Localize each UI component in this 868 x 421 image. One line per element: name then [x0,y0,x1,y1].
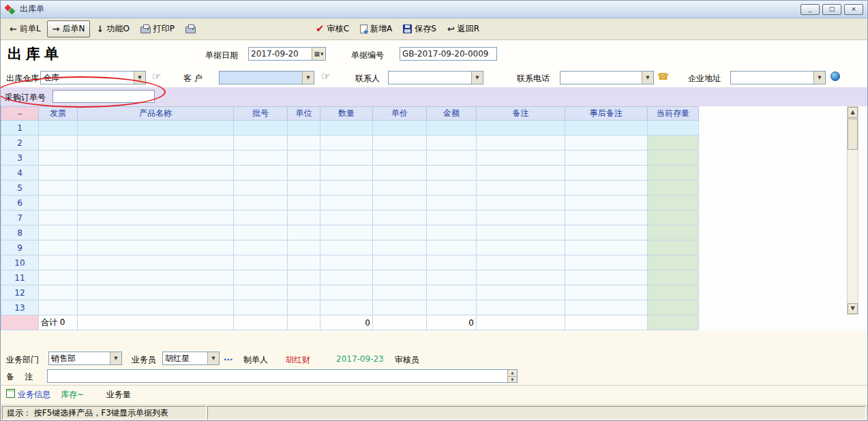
remark-input[interactable] [48,370,507,382]
grid-cell[interactable] [39,270,78,285]
grid-cell[interactable] [373,196,427,210]
grid-cell[interactable] [288,240,320,255]
grid-cell[interactable] [78,181,234,196]
grid-cell[interactable] [648,181,699,196]
grid-cell[interactable] [288,210,320,225]
scroll-up-icon[interactable]: ▲ [848,107,858,118]
column-header[interactable]: 事后备注 [565,107,648,121]
spinner-down-icon[interactable]: ▼ [508,377,517,383]
grid-cell[interactable] [320,300,373,315]
grid-cell[interactable] [477,270,565,285]
grid-cell[interactable] [320,166,373,181]
grid-cell[interactable] [565,270,648,285]
chevron-down-icon[interactable]: ▼ [471,72,483,84]
grid-cell[interactable] [234,300,288,315]
grid-cell[interactable] [427,285,477,300]
spinner-up-icon[interactable]: ▲ [508,370,517,377]
grid-cell[interactable] [477,285,565,300]
grid-cell[interactable] [565,240,648,255]
minimize-button[interactable]: _ [800,4,820,15]
grid-cell[interactable] [477,225,565,240]
grid-cell[interactable] [565,285,648,300]
grid-cell[interactable] [427,270,477,285]
pointer-hand-icon[interactable]: ☞ [321,70,330,82]
grid-cell[interactable] [39,181,78,196]
grid-cell[interactable] [565,166,648,181]
pointer-hand-icon[interactable]: ☞ [152,70,161,82]
close-button[interactable]: × [844,4,863,15]
grid-cell[interactable] [477,136,565,151]
remark-field[interactable]: ▲ ▼ [47,369,518,383]
grid-cell[interactable] [78,196,234,210]
grid-corner-header[interactable]: – [1,107,39,121]
grid-cell[interactable] [373,285,427,300]
grid-cell[interactable] [648,285,699,300]
column-header[interactable]: 批号 [234,107,288,121]
grid-cell[interactable] [78,166,234,181]
grid-cell[interactable] [648,151,699,166]
grid-cell[interactable] [320,285,373,300]
row-number[interactable]: 8 [1,225,39,240]
vertical-scrollbar[interactable]: ▲ ▼ [847,106,858,315]
grid-cell[interactable] [477,196,565,210]
grid-cell[interactable] [39,166,78,181]
grid-cell[interactable] [39,300,78,315]
grid-cell[interactable] [373,225,427,240]
grid-cell[interactable] [648,210,699,225]
doc-number-input[interactable] [400,48,496,60]
grid-cell[interactable] [78,300,234,315]
grid-cell[interactable] [320,151,373,166]
grid-cell[interactable] [565,151,648,166]
grid-cell[interactable] [288,151,320,166]
row-number[interactable]: 9 [1,240,39,255]
grid-cell[interactable] [648,270,699,285]
grid-cell[interactable] [78,270,234,285]
grid-cell[interactable] [39,255,78,270]
grid-cell[interactable] [288,270,320,285]
grid-cell[interactable] [78,121,234,136]
contact-combo[interactable]: ▼ [388,71,483,84]
grid-cell[interactable] [234,181,288,196]
grid-cell[interactable] [320,270,373,285]
function-button[interactable]: ↓ 功能O [91,21,134,37]
grid-cell[interactable] [288,166,320,181]
grid-cell[interactable] [39,240,78,255]
grid-cell[interactable] [78,240,234,255]
doc-date-input[interactable] [249,48,312,60]
remark-spinner[interactable]: ▲ ▼ [507,370,517,382]
audit-button[interactable]: ✔ 审核C [311,21,354,37]
grid-cell[interactable] [288,121,320,136]
address-combo[interactable]: ▼ [730,71,826,84]
grid-cell[interactable] [320,210,373,225]
grid-cell[interactable] [648,136,699,151]
grid-cell[interactable] [373,181,427,196]
grid-cell[interactable] [427,181,477,196]
grid-cell[interactable] [565,121,648,136]
grid-cell[interactable] [288,285,320,300]
grid-cell[interactable] [234,121,288,136]
grid-cell[interactable] [477,300,565,315]
grid-cell[interactable] [373,255,427,270]
grid-cell[interactable] [288,255,320,270]
grid-cell[interactable] [39,210,78,225]
grid-cell[interactable] [234,136,288,151]
row-number[interactable]: 7 [1,210,39,225]
grid-cell[interactable] [39,225,78,240]
row-number[interactable]: 3 [1,151,39,166]
grid-cell[interactable] [288,136,320,151]
chevron-down-icon[interactable]: ▼ [207,352,219,364]
grid-cell[interactable] [477,255,565,270]
grid-cell[interactable] [320,196,373,210]
scrollbar-thumb[interactable] [848,119,858,150]
grid-cell[interactable] [78,136,234,151]
row-number[interactable]: 6 [1,196,39,210]
grid-cell[interactable] [234,151,288,166]
column-header[interactable]: 单价 [373,107,427,121]
grid-cell[interactable] [78,210,234,225]
grid-cell[interactable] [320,181,373,196]
print-button[interactable]: 打印P [136,21,179,37]
grid-cell[interactable] [78,151,234,166]
grid-cell[interactable] [288,225,320,240]
grid-cell[interactable] [427,255,477,270]
grid-cell[interactable] [648,225,699,240]
